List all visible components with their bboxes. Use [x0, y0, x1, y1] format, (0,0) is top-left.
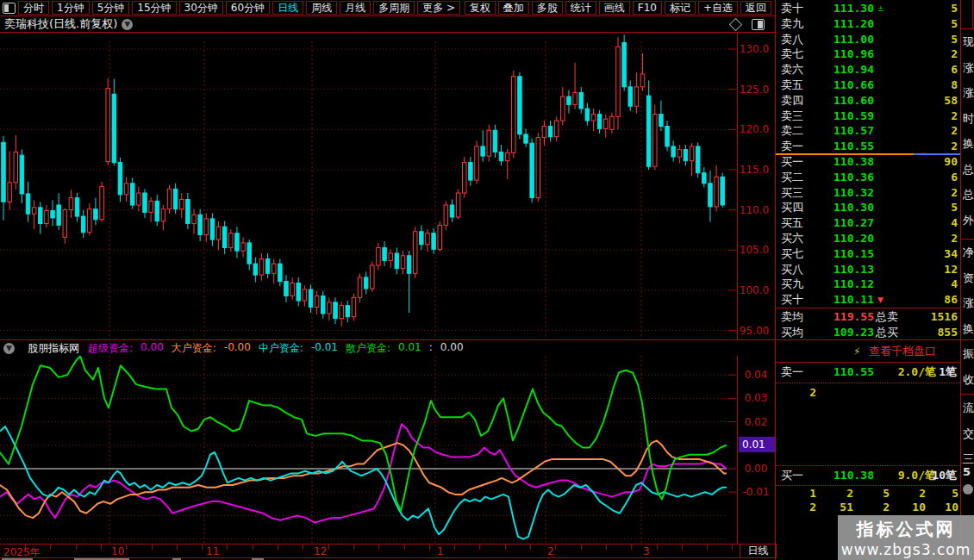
clipped-circle-icon	[963, 484, 973, 495]
level2-header-link[interactable]: 查看千档盘口	[869, 344, 936, 359]
date-tick	[202, 544, 203, 550]
clipped-stat-label: 总	[963, 187, 974, 202]
candle-body	[597, 115, 602, 129]
queue-qty: 2	[780, 501, 816, 514]
indicator-axis-label: 0.03	[745, 392, 768, 404]
price-axis-label: 100.0	[740, 284, 769, 296]
month-label: 12	[314, 545, 327, 557]
order-book-row[interactable]: 卖六110.946	[776, 62, 960, 78]
menu-item-月线[interactable]: 月线	[340, 1, 371, 15]
order-level-price: 110.15	[821, 246, 874, 262]
split-panel-icon[interactable]	[752, 19, 765, 30]
candle-body	[377, 247, 381, 265]
date-tick	[378, 544, 379, 550]
order-book-row[interactable]: 买三110.322	[776, 185, 960, 201]
indicator-header: ▼ 股朋指标网 超级资金: 0.00大户资金: -0.00中户资金: -0.01…	[0, 340, 737, 356]
date-tick	[429, 544, 430, 550]
order-book-row[interactable]: 卖八111.005	[776, 32, 960, 47]
level2-header[interactable]: ⚡查看千档盘口	[776, 344, 960, 359]
menu-item-1分钟[interactable]: 1分钟	[52, 1, 90, 15]
toolbar-button-统计[interactable]: 统计	[565, 1, 596, 15]
toolbar-button-复权[interactable]: 复权	[465, 1, 496, 15]
menu-item-多周期[interactable]: 多周期	[373, 1, 415, 15]
candle-body	[167, 189, 172, 208]
clipped-stat-label: 外	[963, 213, 974, 228]
clipped-stat-label: 振	[963, 346, 974, 362]
candle-body	[112, 94, 116, 162]
strip-separator	[961, 394, 974, 395]
candle-body	[303, 289, 307, 301]
candle-body	[155, 201, 159, 221]
order-book-row[interactable]: 卖四110.6058	[776, 93, 960, 109]
order-book-row[interactable]: 买四110.305	[776, 200, 960, 215]
order-book-row[interactable]: 买六110.202	[776, 231, 960, 246]
toolbar-button-画线[interactable]: 画线	[599, 1, 630, 15]
candle-body	[309, 289, 313, 308]
order-book-row[interactable]: 买二110.366	[776, 170, 960, 185]
legend-item-value: -0.01	[311, 341, 338, 356]
order-level-label: 买六	[781, 231, 803, 246]
order-level-label: 买七	[781, 246, 803, 262]
order-level-qty: 6	[906, 62, 958, 78]
order-book-row[interactable]: 卖一110.552	[776, 139, 960, 154]
candle-body	[186, 199, 190, 223]
toolbar-button-返回[interactable]: 返回	[740, 1, 771, 15]
order-level-qty: 4	[906, 277, 958, 292]
legend-item-label: 中户资金:	[259, 341, 303, 356]
level2-row[interactable]: 买一110.389.0/笔10笔	[776, 468, 960, 483]
menu-item-30分钟[interactable]: 30分钟	[179, 1, 223, 15]
candle-body	[591, 115, 596, 121]
queue-grid-row: 12525	[776, 487, 960, 501]
candle-body	[475, 146, 479, 180]
order-book-row[interactable]: 卖三110.592	[776, 109, 960, 124]
candle-body	[407, 256, 411, 274]
date-tick	[682, 544, 683, 550]
menu-item-分时[interactable]: 分时	[18, 1, 49, 15]
candle-body	[646, 96, 651, 166]
order-book-row[interactable]: 卖十111.30±5	[776, 1, 960, 16]
candle-body	[204, 219, 209, 235]
chevron-down-icon[interactable]: ▼	[122, 19, 133, 30]
clipped-stat-label: 涨	[963, 85, 974, 101]
legend-item-value: -0.00	[224, 341, 251, 356]
menu-item-60分钟[interactable]: 60分钟	[226, 1, 270, 15]
indicator-collapse-icon[interactable]: ▼	[3, 343, 15, 354]
diamond-marker-icon[interactable]	[729, 17, 743, 31]
menu-item-日线[interactable]: 日线	[272, 1, 303, 15]
date-tick	[606, 544, 607, 550]
order-book-row[interactable]: 买五110.274	[776, 215, 960, 231]
order-level-label: 卖一	[781, 139, 803, 154]
toolbar-button-F10[interactable]: F10	[633, 1, 662, 15]
toolbar-button-标记[interactable]: 标记	[665, 1, 696, 15]
order-book-row[interactable]: 买一110.3890	[776, 154, 960, 170]
order-book-row[interactable]: 卖五110.668	[776, 78, 960, 93]
period-menu-items: 分时1分钟5分钟15分钟30分钟60分钟日线周线月线多周期更多 >	[16, 1, 460, 15]
menu-item-5分钟[interactable]: 5分钟	[92, 1, 130, 15]
order-book-row[interactable]: 卖九111.205	[776, 16, 960, 32]
period-label-box[interactable]: 日线	[740, 544, 777, 558]
total-value: 855	[906, 325, 958, 340]
order-book-row[interactable]: 买七110.1534	[776, 246, 960, 262]
menu-item-15分钟[interactable]: 15分钟	[132, 1, 176, 15]
candle-body	[450, 205, 454, 217]
price-axis-label: 120.0	[740, 123, 769, 135]
menu-item-周线[interactable]: 周线	[306, 1, 337, 15]
order-book-row[interactable]: 买九110.124	[776, 277, 960, 292]
order-book-row[interactable]: 买八110.1312	[776, 262, 960, 277]
level2-row[interactable]: 卖一110.552.0/笔1笔	[776, 364, 960, 380]
candle-body	[192, 215, 197, 223]
order-book-row[interactable]: 卖七110.962	[776, 47, 960, 62]
candle-body	[130, 184, 134, 205]
toolbar-button-+自选[interactable]: +自选	[698, 1, 738, 15]
candle-body	[456, 193, 460, 217]
month-label: 10	[111, 545, 124, 557]
order-book-row[interactable]: 买十110.11▼86	[776, 292, 960, 308]
menu-item-更多 >[interactable]: 更多 >	[417, 1, 460, 15]
toolbar-button-多股[interactable]: 多股	[532, 1, 563, 15]
date-tick	[227, 544, 228, 550]
panel-layout-icon[interactable]	[3, 3, 16, 14]
candle-body	[573, 92, 578, 104]
order-book-row[interactable]: 卖二110.572	[776, 123, 960, 139]
order-level-price: 110.57	[821, 123, 874, 139]
toolbar-button-叠加[interactable]: 叠加	[498, 1, 529, 15]
